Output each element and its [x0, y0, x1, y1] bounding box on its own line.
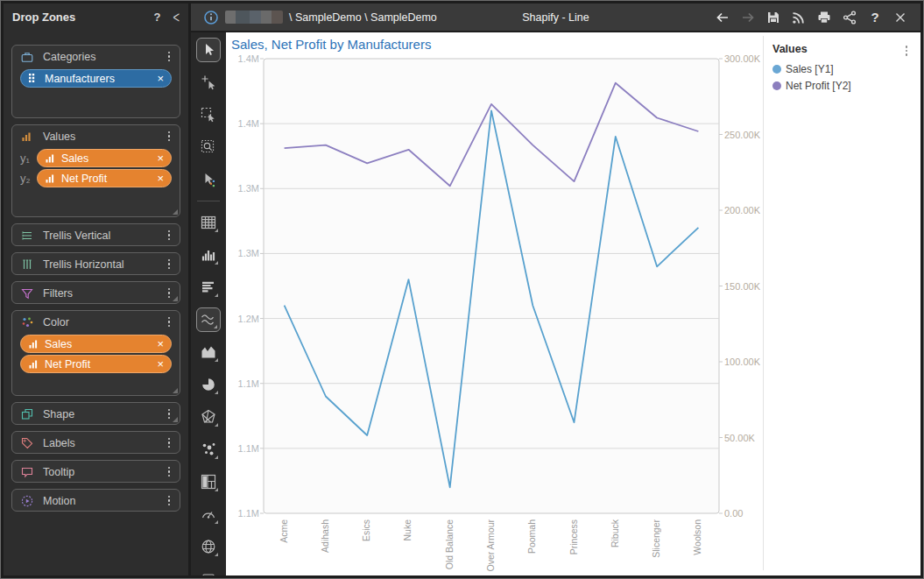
grid-tool[interactable] [196, 210, 221, 235]
extra-tool-clipped[interactable] [196, 567, 221, 575]
line-chart-plot[interactable] [226, 32, 763, 577]
shape-icon [20, 408, 34, 420]
panel-menu-icon[interactable] [164, 49, 175, 65]
drop-zones-sidebar: Drop Zones ? < Categories Manufacturers … [4, 4, 188, 575]
x-axis-category-label: Nuke [402, 519, 413, 541]
radar-chart-tool[interactable] [196, 405, 221, 429]
scatter-chart-tool[interactable] [196, 437, 221, 462]
panel-filters: Filters [11, 281, 180, 304]
panel-title: Shape [43, 408, 164, 420]
pie-chart-tool[interactable] [196, 372, 221, 397]
axis-prefix: y₂ [20, 172, 37, 185]
panel-menu-icon[interactable] [164, 129, 175, 145]
mini-bars-icon [29, 339, 38, 349]
back-icon[interactable] [715, 10, 730, 25]
legend-panel: Values Sales [Y1] Net Profit [Y2] [763, 36, 920, 570]
panel-menu-icon[interactable] [164, 228, 175, 244]
app-window: Drop Zones ? < Categories Manufacturers … [0, 0, 924, 579]
grid-dots-icon [29, 74, 38, 83]
panel-menu-icon[interactable] [164, 314, 175, 330]
print-icon[interactable] [816, 10, 832, 25]
x-axis-category-label: Poomah [526, 519, 537, 554]
pointer-tool[interactable] [196, 38, 221, 62]
panel-title: Trellis Vertical [43, 229, 164, 242]
x-axis-category-label: Princess [568, 519, 579, 554]
chip-row: y₁ Sales × [20, 149, 172, 167]
y1-axis-tick-label: 1.1M [226, 443, 259, 454]
panel-title: Filters [43, 287, 164, 300]
submenu-corner-icon [215, 293, 218, 297]
y2-axis-tick-label: 50.00K [724, 433, 755, 443]
x-axis-category-label: Over Armour [485, 519, 496, 572]
area-chart-tool[interactable] [196, 340, 221, 364]
forward-icon[interactable] [740, 10, 756, 25]
y2-axis-tick-label: 100.00K [724, 357, 760, 367]
help-icon[interactable]: ? [867, 10, 883, 25]
chip-label: Net Profit [45, 358, 157, 371]
panel-title: Categories [43, 51, 164, 63]
y1-axis-tick-label: 1.4M [226, 118, 259, 129]
marquee-select-tool[interactable] [196, 102, 221, 127]
panel-trellis-horizontal: Trellis Horizontal [11, 252, 180, 275]
y2-axis-tick-label: 150.00K [724, 281, 760, 292]
tooltip-icon [20, 466, 34, 478]
gauge-tool[interactable] [196, 502, 221, 526]
values-icon [20, 131, 34, 143]
chip-row: y₂ Net Profit × [20, 169, 172, 187]
field-chip-net-profit[interactable]: Net Profit × [20, 355, 172, 373]
chart-workspace: Sales, Net Profit by Manufacturers 1.4M1… [226, 32, 920, 575]
share-icon[interactable] [842, 10, 857, 25]
panel-menu-icon[interactable] [164, 464, 175, 480]
legend-menu-icon[interactable] [901, 43, 913, 59]
submenu-corner-icon [214, 325, 217, 328]
pointer-add-tool[interactable] [196, 70, 221, 95]
sidebar-header: Drop Zones ? < [4, 4, 188, 30]
field-chip-sales[interactable]: Sales × [37, 149, 172, 167]
chip-remove-icon[interactable]: × [157, 173, 164, 184]
sidebar-collapse-button[interactable]: < [173, 8, 180, 26]
legend-item[interactable]: Sales [Y1] [772, 63, 912, 75]
map-tool[interactable] [196, 534, 221, 559]
info-icon[interactable] [203, 10, 219, 25]
chart-region: Sales, Net Profit by Manufacturers 1.4M1… [226, 32, 763, 575]
multi-select-tool[interactable] [196, 167, 221, 192]
panel-menu-icon[interactable] [164, 257, 175, 272]
feed-icon[interactable] [791, 10, 807, 25]
save-icon[interactable] [765, 10, 781, 25]
legend-header: Values [772, 43, 912, 59]
column-chart-tool[interactable] [196, 243, 221, 267]
x-axis-category-label: Esics [361, 519, 371, 541]
field-chip-sales[interactable]: Sales × [20, 335, 172, 353]
field-chip-manufacturers[interactable]: Manufacturers × [20, 69, 172, 88]
sidebar-help-button[interactable]: ? [153, 11, 160, 24]
x-axis-category-label: Woolson [692, 519, 702, 555]
panel-menu-icon[interactable] [164, 286, 175, 301]
legend-item[interactable]: Net Profit [Y2] [772, 80, 912, 92]
sidebar-title: Drop Zones [12, 11, 141, 24]
chip-remove-icon[interactable]: × [157, 358, 164, 370]
line-chart-tool[interactable] [196, 307, 221, 332]
chip-remove-icon[interactable]: × [157, 152, 164, 164]
chip-remove-icon[interactable]: × [157, 73, 164, 84]
treemap-tool[interactable] [196, 470, 221, 494]
y1-axis-tick-label: 1.1M [226, 508, 259, 519]
zoom-select-tool[interactable] [196, 135, 221, 159]
panel-title: Labels [43, 437, 164, 449]
categories-icon [20, 51, 34, 63]
drop-zone-panels: Categories Manufacturers × Values y₁ Sal… [11, 45, 180, 575]
close-icon[interactable] [892, 10, 908, 25]
x-axis-category-label: Adihash [320, 519, 330, 553]
chip-row: Net Profit × [20, 355, 172, 373]
panel-title: Values [43, 131, 164, 143]
panel-labels: Labels [11, 431, 180, 454]
submenu-corner-icon [215, 358, 218, 362]
panel-menu-icon[interactable] [164, 406, 175, 422]
panel-menu-icon[interactable] [164, 435, 175, 451]
filters-icon [20, 287, 34, 300]
toolbar-divider [197, 201, 220, 201]
chip-remove-icon[interactable]: × [157, 338, 164, 350]
field-chip-net-profit[interactable]: Net Profit × [37, 169, 172, 187]
panel-menu-icon[interactable] [164, 493, 175, 509]
submenu-corner-icon [215, 229, 218, 232]
bar-chart-tool[interactable] [196, 275, 221, 300]
